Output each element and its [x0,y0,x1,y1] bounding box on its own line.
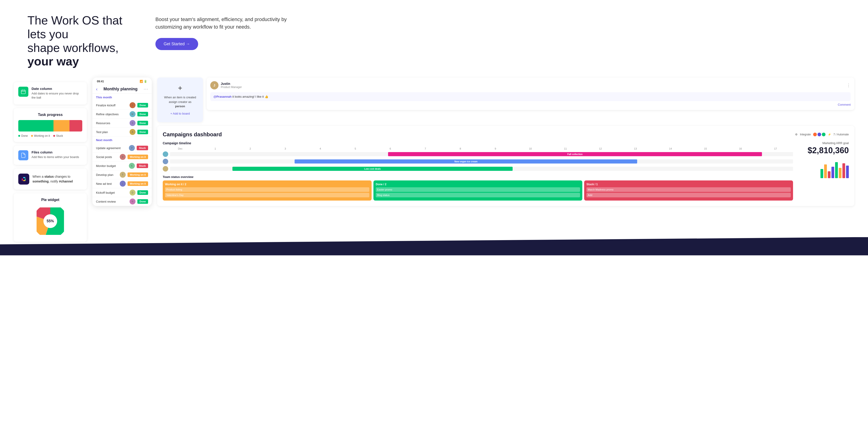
top-right-row: + When an item is created assign creator… [157,78,854,122]
progress-working [54,120,69,132]
campaigns-dashboard: Campaigns dashboard ⚙ Integrate ⚡ 7 / Au… [157,126,854,206]
next-month-section: Next month [92,137,152,144]
task-name: Content review [96,200,130,203]
timeline-bar-area: Fall collection [170,152,793,156]
task-row: New ad test L Working on it [92,179,152,188]
integration-dot-2 [817,133,821,136]
bar [824,164,827,178]
task-avatar: M [130,111,135,117]
files-column-desc: Add files to items within your boards [32,155,79,159]
this-month-section: This month [92,94,152,101]
task-row: Finalize kickoff J Done [92,101,152,110]
task-row: Monitor budget K Stuck [92,162,152,170]
dashboard-header: Campaigns dashboard ⚙ Integrate ⚡ 7 / Au… [163,131,849,138]
comment-link[interactable]: Comment [210,103,850,106]
comment-dots-icon[interactable]: ⋮ [846,83,850,88]
legend-dot-working [31,135,33,137]
task-progress-card: Task progress Done Working on i [14,108,87,142]
date-column-title: Date column [32,87,82,90]
status-badge-done: Done [137,199,148,204]
task-progress-title: Task progress [18,113,82,117]
bar [828,171,831,178]
hero-title-line1: The Work OS that lets you [27,14,122,41]
status-card-stuck: Stuck / 1 March Madness promo Add [584,180,793,201]
task-name: Refine objectives [96,113,130,116]
automation-widget-intro: When an item is created assign creator a… [164,95,196,104]
timeline-header: Dec 1 2 3 4 5 6 7 8 9 10 [163,147,793,150]
dashboard-right: Marketing ARR goal $2,810,360 [799,141,849,201]
hero-section: The Work OS that lets you shape workflow… [0,0,868,78]
legend-label-working: Working on it [34,134,50,137]
automation-card: When a status changes to something, noti… [14,169,87,190]
right-section: + When an item is created assign creator… [157,78,854,206]
get-started-button[interactable]: Get Started → [155,38,198,50]
phone-nav: ‹ Monthly planning ⋯ [92,84,152,94]
legend-label-done: Done [21,134,28,137]
status-badge-done: Done [137,121,148,125]
hero-right: Boost your team's alignment, efficiency,… [155,14,841,50]
task-list-next-month: Update agreement P Stuck Social posts R … [92,144,152,206]
comment-body: @Prasannah it looks amazing! I like it 👍 [210,92,850,101]
bar [820,169,823,178]
status-badge-done: Done [137,112,148,116]
showcase-section: Date column Add dates to ensure you neve… [0,78,868,242]
comment-text: it looks amazing! I like it 👍 [231,95,268,98]
back-arrow-icon[interactable]: ‹ [96,86,98,92]
task-row: Content review N Done [92,197,152,206]
task-row: Social posts R Working on it [92,152,152,162]
automate-icon: ⚡ [828,133,831,136]
date-column-icon [18,87,28,97]
plus-icon: + [164,84,196,92]
date-column-text: Date column Add dates to ensure you neve… [32,87,82,100]
automation-something: something [32,179,49,183]
task-name: Social posts [96,155,120,159]
pie-chart-container: 55% [18,205,82,237]
svg-rect-0 [21,90,25,94]
task-name: Develop plan [96,173,120,176]
task-avatar: S [130,120,135,126]
automation-widget-text: When an item is created assign creator a… [164,95,196,109]
task-name: New ad test [96,182,120,186]
hero-left: The Work OS that lets you shape workflow… [27,14,137,68]
timeline-title: Campaign timeline [163,141,793,145]
team-status-title: Team status overview [163,175,793,179]
pie-widget-card: Pie widget 55% [14,193,87,242]
add-to-board-link[interactable]: + Add to board [164,111,196,116]
automation-widget: + When an item is created assign creator… [157,78,203,122]
pie-widget-title: Pie widget [18,198,82,202]
comment-mention: @Prasannah [213,95,231,98]
legend-stuck: Stuck [53,134,63,137]
pie-percentage: 55% [46,219,54,223]
status-badge-working: Working on it [127,181,148,186]
status-badge-stuck: Stuck [137,164,148,168]
next-month-label: Next month [96,138,148,142]
comment-user: Justin Product Manager [221,82,242,89]
legend-working: Working on it [31,134,50,137]
status-badge-working: Working on it [127,154,148,159]
dots-menu-icon[interactable]: ⋯ [144,86,148,92]
bar [846,166,849,178]
integrate-icon: ⚙ [795,133,798,136]
task-name: Resources [96,121,130,125]
status-cards-row: Working on it / 2 Product listing Valent… [163,180,793,201]
timeline-avatar [163,166,168,171]
task-name: Kickoff budget [96,191,130,194]
task-avatar: K [129,163,135,169]
svg-rect-4 [22,178,23,181]
bar [839,168,841,178]
files-column-card: Files column Add files to items within y… [14,146,87,165]
comment-card: J Justin Product Manager ⋮ @Prasannah it… [207,78,854,110]
timeline-bar: New vegan ice cream [294,160,637,164]
legend-label-stuck: Stuck [56,134,63,137]
automate-label[interactable]: 7 / Automate [834,133,849,136]
progress-done [18,120,54,132]
bar [842,163,845,178]
integration-dot-1 [813,133,817,136]
left-panel: Date column Add dates to ensure you neve… [14,78,87,242]
legend-dot-done [18,135,20,137]
bar [831,167,834,178]
task-name: Update agreement [96,146,129,150]
task-row: Update agreement P Stuck [92,144,152,152]
automation-status: status [44,175,54,178]
integrate-label[interactable]: Integrate [800,133,811,136]
